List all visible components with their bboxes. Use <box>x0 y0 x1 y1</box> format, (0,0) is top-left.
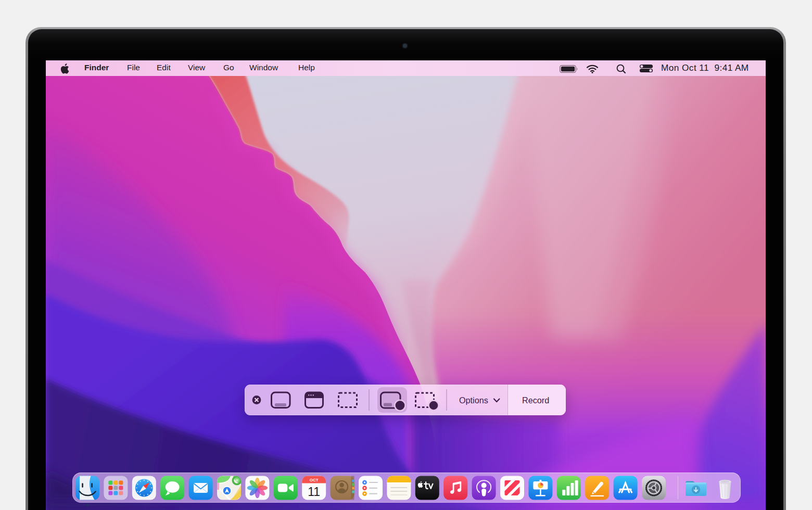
svg-text:Record: Record <box>522 396 549 405</box>
svg-text:OCT: OCT <box>310 478 319 482</box>
svg-text:Options: Options <box>459 396 488 405</box>
svg-text:11: 11 <box>308 484 320 498</box>
